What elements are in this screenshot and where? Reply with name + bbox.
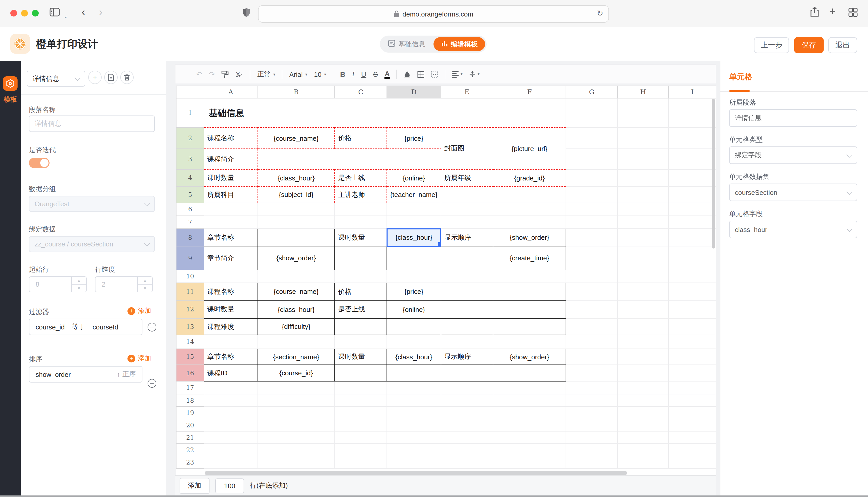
cell-A13[interactable]: 课程难度 bbox=[204, 318, 258, 335]
strikethrough-icon[interactable]: S bbox=[373, 71, 378, 78]
cell-H17[interactable] bbox=[618, 381, 669, 394]
row-header-2[interactable]: 2 bbox=[176, 128, 204, 149]
cell-B6[interactable] bbox=[258, 203, 335, 216]
cell-A10[interactable] bbox=[204, 270, 258, 283]
cell-A11[interactable]: 课程名称 bbox=[204, 283, 258, 300]
cell-C17[interactable] bbox=[335, 381, 387, 394]
cell-A12[interactable]: 课时数量 bbox=[204, 300, 258, 318]
horizontal-align-icon[interactable]: ▾ bbox=[452, 71, 463, 78]
cell-A16[interactable]: 课程ID bbox=[204, 365, 258, 381]
cell-G11[interactable] bbox=[566, 283, 618, 300]
cell-H22[interactable] bbox=[618, 444, 669, 456]
cell-G21[interactable] bbox=[566, 431, 618, 444]
back-icon[interactable]: ‹ bbox=[82, 6, 85, 18]
cell-B15[interactable]: {section_name} bbox=[258, 349, 335, 365]
add-filter-button[interactable]: + 添加 bbox=[127, 306, 151, 315]
cell-E22[interactable] bbox=[441, 444, 493, 456]
cell-I22[interactable] bbox=[669, 444, 716, 456]
cell-B2[interactable]: {course_name} bbox=[258, 128, 335, 149]
remove-sort-icon[interactable] bbox=[148, 379, 156, 388]
row-header-21[interactable]: 21 bbox=[176, 431, 204, 444]
cell-G12[interactable] bbox=[566, 300, 618, 318]
cell-H8[interactable] bbox=[618, 229, 669, 246]
cell-F7[interactable] bbox=[493, 216, 566, 229]
cell-C21[interactable] bbox=[335, 431, 387, 444]
filter-item[interactable]: course_id 等于 courseId bbox=[29, 318, 142, 335]
cell-C6[interactable] bbox=[335, 203, 387, 216]
cell-E15[interactable]: 显示顺序 bbox=[441, 349, 493, 365]
cell-F9[interactable]: {create_time} bbox=[493, 246, 566, 270]
cell-F18[interactable] bbox=[493, 394, 566, 407]
cell-A17[interactable] bbox=[204, 381, 258, 394]
cell-B13[interactable]: {difficulty} bbox=[258, 318, 335, 335]
cell-I2[interactable] bbox=[669, 128, 716, 149]
cell-D12[interactable]: {online} bbox=[387, 300, 441, 318]
cell-A9[interactable]: 章节简介 bbox=[204, 246, 258, 270]
cell-E7[interactable] bbox=[441, 216, 493, 229]
cell-C22[interactable] bbox=[335, 444, 387, 456]
row-header-19[interactable]: 19 bbox=[176, 407, 204, 419]
cell-B12[interactable]: {class_hour} bbox=[258, 300, 335, 318]
cell-G2[interactable] bbox=[566, 128, 618, 149]
cell-D8[interactable]: {class_hour} bbox=[387, 229, 441, 246]
cell-D4[interactable]: {online} bbox=[387, 169, 441, 186]
cell-G20[interactable] bbox=[566, 419, 618, 431]
cell-A4[interactable]: 课时数量 bbox=[204, 169, 258, 186]
cell-I5[interactable] bbox=[669, 186, 716, 203]
cell-G10[interactable] bbox=[566, 270, 618, 283]
cell-H23[interactable] bbox=[618, 456, 669, 468]
cell-G16[interactable] bbox=[566, 365, 618, 381]
row-header-13[interactable]: 13 bbox=[176, 318, 204, 335]
cell-F4[interactable]: {grade_id} bbox=[493, 169, 566, 186]
cell-A14[interactable] bbox=[204, 335, 258, 349]
cell-H3[interactable] bbox=[618, 149, 669, 169]
row-header-20[interactable]: 20 bbox=[176, 419, 204, 431]
cell-B4[interactable]: {class_hour} bbox=[258, 169, 335, 186]
redo-icon[interactable]: ↷ bbox=[209, 71, 215, 78]
undo-icon[interactable]: ↶ bbox=[196, 71, 202, 78]
spreadsheet-grid[interactable]: ABCDEFGHI1基础信息2课程名称{course_name}价格{price… bbox=[176, 86, 716, 475]
row-header-8[interactable]: 8 bbox=[176, 229, 204, 246]
cell-I3[interactable] bbox=[669, 149, 716, 169]
cell-E10[interactable] bbox=[441, 270, 493, 283]
stepper-arrows[interactable]: ▲▼ bbox=[71, 277, 86, 292]
chevron-down-icon[interactable]: ⌄ bbox=[64, 10, 68, 23]
cell-C20[interactable] bbox=[335, 419, 387, 431]
save-button[interactable]: 保存 bbox=[794, 37, 824, 53]
cell-B22[interactable] bbox=[258, 444, 335, 456]
column-header-A[interactable]: A bbox=[204, 86, 258, 98]
cell-F11[interactable] bbox=[493, 283, 566, 300]
cell-A20[interactable] bbox=[204, 419, 258, 431]
reload-icon[interactable]: ↻ bbox=[597, 9, 603, 18]
cell-I18[interactable] bbox=[669, 394, 716, 407]
cell-E9[interactable] bbox=[441, 246, 493, 270]
sort-item[interactable]: show_order ↑ 正序 bbox=[29, 366, 142, 383]
cell-C12[interactable]: 是否上线 bbox=[335, 300, 387, 318]
bind-data-select[interactable]: zz_course / courseSection bbox=[29, 236, 155, 252]
cell-G5[interactable] bbox=[566, 186, 618, 203]
merge-cells-icon[interactable] bbox=[431, 71, 438, 78]
cell-E14[interactable] bbox=[441, 335, 493, 349]
cell-G15[interactable] bbox=[566, 349, 618, 365]
cell-G1[interactable] bbox=[566, 98, 618, 128]
column-header-C[interactable]: C bbox=[335, 86, 387, 98]
cell-A2[interactable]: 课程名称 bbox=[204, 128, 258, 149]
cell-F10[interactable] bbox=[493, 270, 566, 283]
cell-E21[interactable] bbox=[441, 431, 493, 444]
cell-D20[interactable] bbox=[387, 419, 441, 431]
start-row-stepper[interactable]: 8 ▲▼ bbox=[29, 276, 87, 292]
cell-C18[interactable] bbox=[335, 394, 387, 407]
cell-D21[interactable] bbox=[387, 431, 441, 444]
cell-I14[interactable] bbox=[669, 335, 716, 349]
text-color-icon[interactable]: A bbox=[385, 70, 390, 79]
close-window-button[interactable] bbox=[10, 10, 17, 16]
cell-I12[interactable] bbox=[669, 300, 716, 318]
cell-I4[interactable] bbox=[669, 169, 716, 186]
cell-F13[interactable] bbox=[493, 318, 566, 335]
cell-D14[interactable] bbox=[387, 335, 441, 349]
cell-D18[interactable] bbox=[387, 394, 441, 407]
cell-A21[interactable] bbox=[204, 431, 258, 444]
cell-A3[interactable]: 课程简介 bbox=[204, 149, 258, 169]
cell-H14[interactable] bbox=[618, 335, 669, 349]
column-header-I[interactable]: I bbox=[669, 86, 716, 98]
